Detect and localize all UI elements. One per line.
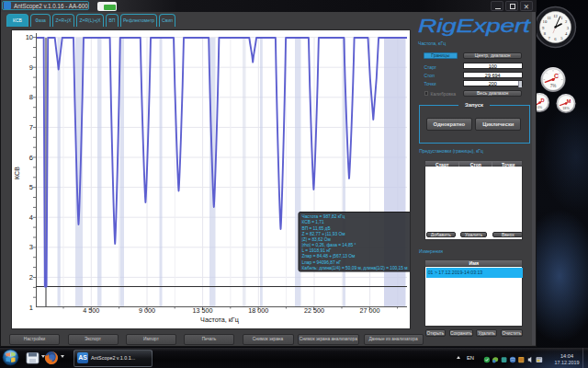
svg-text:L = 1918,91 нГ: L = 1918,91 нГ bbox=[302, 248, 332, 253]
svg-text:8: 8 bbox=[29, 93, 33, 101]
svg-text:6: 6 bbox=[29, 154, 33, 162]
svg-text:1: 1 bbox=[29, 304, 33, 312]
svg-text:Кабель: длина(1/4) = 50,09 м,: Кабель: длина(1/4) = 50,09 м, длина(1/2)… bbox=[302, 266, 408, 270]
svg-text:9 000: 9 000 bbox=[139, 306, 155, 315]
svg-text:13 500: 13 500 bbox=[193, 306, 213, 315]
svg-text:18 000: 18 000 bbox=[248, 306, 268, 315]
svg-text:7: 7 bbox=[29, 123, 33, 132]
svg-text:Частота = 987,82 кГц: Частота = 987,82 кГц bbox=[302, 214, 345, 219]
svg-text:Z = 82,77 + j11,93 Ом: Z = 82,77 + j11,93 Ом bbox=[302, 232, 345, 236]
svg-text:4 500: 4 500 bbox=[83, 306, 99, 315]
svg-text:КСВ: КСВ bbox=[14, 167, 20, 179]
svg-text:|rho| = 0,26, фаза = 14,85 °: |rho| = 0,26, фаза = 14,85 ° bbox=[302, 243, 356, 247]
svg-text:5: 5 bbox=[29, 183, 33, 191]
svg-text:Lпар = 94096,87 нГ: Lпар = 94096,87 нГ bbox=[302, 260, 342, 265]
svg-text:22 500: 22 500 bbox=[304, 306, 324, 315]
svg-text:КСВ = 1,71: КСВ = 1,71 bbox=[302, 220, 325, 224]
svg-text:27 000: 27 000 bbox=[360, 306, 380, 315]
svg-text:2: 2 bbox=[29, 273, 33, 282]
svg-text:4: 4 bbox=[29, 213, 33, 222]
svg-text:Zпар = 84,48 + j567,13 Ом: Zпар = 84,48 + j567,13 Ом bbox=[302, 254, 356, 259]
svg-text:ВП = 11,65 дБ: ВП = 11,65 дБ bbox=[302, 226, 331, 231]
svg-text:3: 3 bbox=[29, 243, 33, 251]
svg-text:10: 10 bbox=[26, 33, 33, 41]
svg-text:18%: 18% bbox=[562, 107, 570, 110]
svg-text:7%: 7% bbox=[550, 84, 557, 88]
svg-text:D: D bbox=[540, 98, 544, 103]
svg-text:|Z| = 83,62 Ом: |Z| = 83,62 Ом bbox=[302, 237, 331, 242]
svg-text:9: 9 bbox=[29, 63, 33, 72]
svg-text:Частота, кГц: Частота, кГц bbox=[200, 316, 239, 324]
svg-text:0%: 0% bbox=[537, 106, 543, 109]
